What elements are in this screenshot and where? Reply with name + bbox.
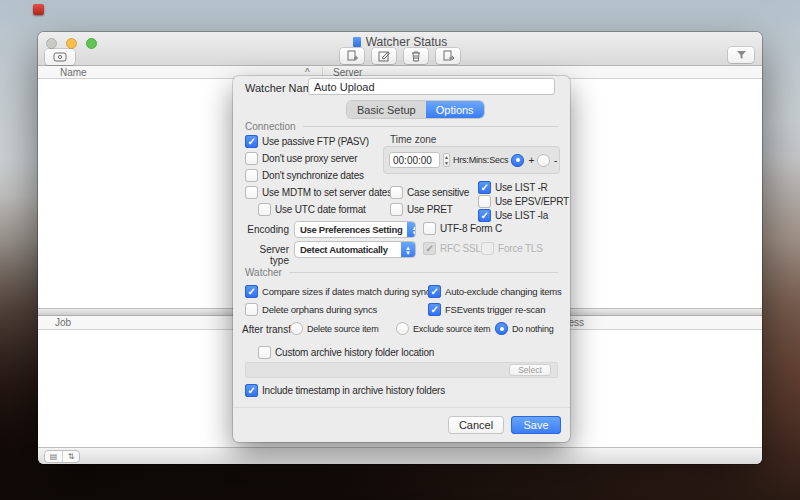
checkbox-use-pret[interactable]: Use PRET <box>390 203 453 216</box>
checkbox-label: Force TLS <box>498 243 543 254</box>
checkbox-use-mdtm[interactable]: Use MDTM to set server dates <box>245 186 392 199</box>
run-watcher-button[interactable] <box>436 48 460 64</box>
delete-watcher-button[interactable] <box>404 48 428 64</box>
checkbox-label: Use PRET <box>407 204 453 215</box>
select-button-label: Select <box>518 365 542 375</box>
radio-label: Do nothing <box>512 324 554 334</box>
checkbox-label: Case sensitive <box>407 187 469 198</box>
setup-tabs: Basic Setup Options <box>347 101 484 118</box>
checkbox-box <box>245 186 258 199</box>
radio-dot <box>290 322 303 335</box>
checkbox-use-list-la[interactable]: Use LIST -la <box>478 209 548 222</box>
window-title-text: Watcher Status <box>366 35 448 49</box>
checkbox-box <box>481 242 494 255</box>
checkbox-delete-orphans[interactable]: Delete orphans during syncs <box>245 303 377 316</box>
tab-basic-setup[interactable]: Basic Setup <box>347 101 426 118</box>
checkbox-custom-archive[interactable]: Custom archive history folder location <box>258 346 434 359</box>
checkbox-compare-sizes[interactable]: Compare sizes if dates match during sync… <box>245 285 435 298</box>
server-type-dropdown[interactable]: Detect Automatically <box>294 241 416 258</box>
checkbox-label: Compare sizes if dates match during sync… <box>262 286 435 297</box>
tab-options[interactable]: Options <box>426 101 484 118</box>
checkbox-utf8-form-c[interactable]: UTF-8 Form C <box>423 222 502 235</box>
encoding-label: Encoding <box>245 224 289 235</box>
checkbox-box <box>478 181 491 194</box>
radio-timezone-plus[interactable]: + <box>511 154 534 167</box>
filter-button[interactable] <box>728 47 754 63</box>
sort-order-button[interactable]: ⇅ <box>62 451 79 462</box>
checkbox-box <box>390 186 403 199</box>
window-title: Watcher Status <box>38 35 762 49</box>
checkbox-label: Auto-exclude changing items <box>445 286 562 297</box>
dropdown-arrows-icon <box>407 222 416 237</box>
checkbox-box <box>478 209 491 222</box>
checkbox-utc-format[interactable]: Use UTC date format <box>258 203 366 216</box>
radio-dot <box>396 322 409 335</box>
checkbox-use-passive-ftp[interactable]: Use passive FTP (PASV) <box>245 135 369 148</box>
encoding-dropdown[interactable]: Use Preferences Setting <box>294 221 416 238</box>
checkbox-label: RFC SSL <box>440 243 481 254</box>
dropdown-arrows-icon <box>401 242 415 257</box>
radio-do-nothing[interactable]: Do nothing <box>495 322 554 335</box>
checkbox-label: Use MDTM to set server dates <box>262 187 392 198</box>
radio-timezone-minus[interactable]: - <box>537 154 557 167</box>
edit-watcher-button[interactable] <box>372 48 396 64</box>
checkbox-box <box>245 384 258 397</box>
checkbox-use-list-r[interactable]: Use LIST -R <box>478 181 548 194</box>
checkbox-use-epsv[interactable]: Use EPSV/EPRT <box>478 195 569 208</box>
connection-section-header: Connection <box>245 121 558 132</box>
window-titlebar: Watcher Status <box>38 32 762 66</box>
checkbox-include-timestamp[interactable]: Include timestamp in archive history fol… <box>245 384 445 397</box>
radio-exclude-source[interactable]: Exclude source item <box>396 322 490 335</box>
column-name[interactable]: Name <box>60 66 87 79</box>
checkbox-no-proxy[interactable]: Don't use proxy server <box>245 152 357 165</box>
checkbox-box <box>245 135 258 148</box>
bottom-controls: ▤ ⇅ <box>44 450 80 463</box>
view-mode-button[interactable]: ▤ <box>45 451 62 462</box>
checkbox-box <box>258 203 271 216</box>
radio-delete-source[interactable]: Delete source item <box>290 322 378 335</box>
checkbox-label: Use LIST -R <box>495 182 548 193</box>
checkbox-box <box>423 222 436 235</box>
checkbox-label: Use passive FTP (PASV) <box>262 136 369 147</box>
select-folder-button[interactable]: Select <box>509 364 551 376</box>
checkbox-label: Use LIST -la <box>495 210 548 221</box>
checkbox-box <box>245 169 258 182</box>
checkbox-case-sensitive[interactable]: Case sensitive <box>390 186 469 199</box>
cancel-button[interactable]: Cancel <box>448 416 504 434</box>
window-bottom-bar: ▤ ⇅ <box>38 447 762 464</box>
checkbox-box <box>423 242 436 255</box>
timezone-stepper[interactable]: ▲▼ <box>443 153 450 167</box>
footer-divider <box>233 407 570 408</box>
list-view-icon: ▤ <box>50 453 58 461</box>
radio-dot <box>495 322 508 335</box>
save-button[interactable]: Save <box>511 416 561 434</box>
checkbox-no-sync-dates[interactable]: Don't synchronize dates <box>245 169 364 182</box>
checkbox-box <box>428 303 441 316</box>
watcher-name-label: Watcher Name <box>245 82 318 94</box>
watcher-section-label: Watcher <box>245 267 282 278</box>
sort-arrows-icon: ⇅ <box>68 453 75 461</box>
add-watcher-button[interactable] <box>340 48 364 64</box>
checkbox-auto-exclude[interactable]: Auto-exclude changing items <box>428 285 562 298</box>
radio-label: + <box>528 155 534 166</box>
column-job[interactable]: Job <box>55 316 71 330</box>
radio-label: Delete source item <box>307 324 378 334</box>
checkbox-label: Use UTC date format <box>275 204 366 215</box>
checkbox-box <box>258 346 271 359</box>
watcher-options-sheet: Watcher Name Basic Setup Options Connect… <box>233 76 570 442</box>
radio-label: - <box>554 155 557 166</box>
checkbox-box <box>245 152 258 165</box>
checkbox-rfc-ssl: RFC SSL <box>423 242 481 255</box>
trash-icon <box>410 50 422 62</box>
watcher-doc-icon <box>353 37 361 47</box>
server-type-label: Server type <box>239 244 289 266</box>
watcher-section-header: Watcher <box>245 267 558 278</box>
radio-label: Exclude source item <box>413 324 490 334</box>
checkbox-label: Delete orphans during syncs <box>262 304 377 315</box>
checkbox-box <box>245 303 258 316</box>
document-plus-icon <box>346 50 358 62</box>
watcher-name-input[interactable] <box>308 78 555 95</box>
checkbox-label: FSEvents trigger re-scan <box>445 304 545 315</box>
checkbox-fsevents[interactable]: FSEvents trigger re-scan <box>428 303 545 316</box>
timezone-input[interactable] <box>389 152 440 168</box>
